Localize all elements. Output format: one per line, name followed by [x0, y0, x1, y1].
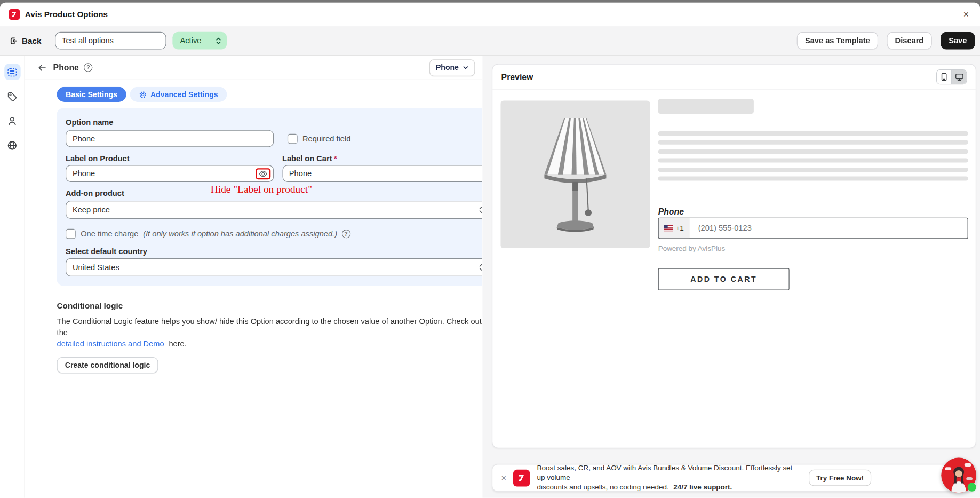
- back-button[interactable]: Back: [9, 36, 41, 45]
- promo-banner: × Boost sales, CR, and AOV with Avis Bun…: [492, 464, 976, 492]
- one-time-charge-label: One time charge (It only works if option…: [81, 230, 337, 238]
- country-code-select[interactable]: +1: [659, 218, 689, 238]
- back-label: Back: [22, 36, 41, 45]
- option-type-select[interactable]: Phone: [429, 59, 475, 76]
- preview-pane: Preview: [482, 56, 980, 497]
- gear-icon: [139, 90, 147, 98]
- default-country-select[interactable]: United States: [66, 258, 491, 276]
- tag-icon: [7, 91, 18, 101]
- mobile-view-button[interactable]: [937, 70, 951, 84]
- skeleton-line: [658, 167, 968, 171]
- sidebar-item-pricing[interactable]: [4, 88, 20, 104]
- person-icon: [7, 115, 18, 126]
- conditional-line2-suffix: here.: [169, 339, 186, 348]
- required-mark: *: [334, 154, 337, 163]
- content-area: Phone ? Phone Basic Settings Advanced Se…: [0, 56, 980, 497]
- phone-input[interactable]: +1 (201) 555-0123: [658, 218, 968, 239]
- dial-code: +1: [675, 225, 683, 232]
- mobile-icon: [941, 73, 947, 81]
- sidebar: [0, 56, 25, 497]
- app-logo-icon: [9, 9, 20, 20]
- tab-basic-settings[interactable]: Basic Settings: [57, 87, 126, 102]
- banner-line2: discounts and upsells, no coding needed.: [537, 483, 669, 491]
- try-free-now-button[interactable]: Try Free Now!: [809, 470, 871, 486]
- preview-field-label: Phone: [658, 207, 684, 217]
- help-icon[interactable]: ?: [341, 230, 350, 238]
- label-on-cart-label: Label on Cart*: [282, 154, 491, 163]
- discard-button[interactable]: Discard: [887, 32, 931, 50]
- banner-close-icon[interactable]: ×: [501, 473, 507, 482]
- chevron-down-icon: [463, 65, 469, 71]
- conditional-logic-description: The Conditional Logic feature helps you …: [57, 316, 483, 350]
- skeleton-description: [658, 131, 968, 185]
- help-icon[interactable]: ?: [84, 63, 92, 72]
- status-select-value: Active: [180, 36, 201, 45]
- option-list-icon: [7, 67, 18, 77]
- status-select[interactable]: Active: [172, 32, 227, 50]
- us-flag-icon: [664, 225, 673, 232]
- banner-line2-bold: 24/7 live support.: [673, 483, 732, 491]
- option-name-label: Option name: [66, 118, 491, 127]
- editor-header: Phone ? Phone: [25, 56, 483, 80]
- tab-advanced-label: Advanced Settings: [150, 90, 218, 99]
- desktop-view-button[interactable]: [951, 70, 966, 84]
- skeleton-line: [658, 149, 968, 154]
- skeleton-line: [658, 159, 968, 163]
- add-to-cart-button[interactable]: ADD TO CART: [658, 268, 790, 290]
- screen: Avis Product Options × Back Active Save …: [0, 0, 980, 498]
- hide-label-highlight: [256, 168, 270, 179]
- banner-text: Boost sales, CR, and AOV with Avis Bundl…: [537, 463, 795, 492]
- addon-product-select[interactable]: Keep price: [66, 201, 491, 219]
- banner-line1: Boost sales, CR, and AOV with Avis Bundl…: [537, 464, 793, 481]
- skeleton-line: [658, 140, 968, 145]
- sidebar-item-option-sets[interactable]: [4, 64, 20, 80]
- sidebar-item-localization[interactable]: [4, 137, 20, 153]
- toolbar: Back Active Save as Template Discard Sav…: [0, 26, 980, 56]
- lamp-illustration: [533, 115, 617, 234]
- phone-placeholder: (201) 555-0123: [689, 218, 752, 238]
- option-type-value: Phone: [436, 63, 459, 72]
- avis-bundles-logo-icon: [513, 469, 530, 486]
- globe-icon: [7, 140, 18, 151]
- preview-header: Preview: [492, 65, 976, 90]
- instructions-link[interactable]: detailed instructions and Demo: [57, 339, 164, 348]
- sidebar-item-customers[interactable]: [4, 113, 20, 129]
- save-as-template-button[interactable]: Save as Template: [797, 32, 878, 50]
- required-field-checkbox[interactable]: [288, 133, 298, 144]
- addon-product-value: Keep price: [73, 205, 110, 214]
- option-name-input[interactable]: [66, 130, 274, 147]
- back-arrow-icon[interactable]: [37, 63, 47, 73]
- skeleton-line: [658, 176, 968, 180]
- app-title: Avis Product Options: [25, 10, 108, 19]
- one-time-charge-note: (It only works if option has additional …: [143, 230, 337, 238]
- basic-settings-panel: Option name Required field Label on Prod…: [57, 108, 500, 286]
- powered-by-label: Powered by AvisPlus: [658, 244, 726, 252]
- conditional-line1: The Conditional Logic feature helps you …: [57, 316, 483, 338]
- default-country-value: United States: [73, 263, 119, 272]
- app-window: Avis Product Options × Back Active Save …: [0, 3, 980, 498]
- option-editor: Phone ? Phone Basic Settings Advanced Se…: [25, 56, 483, 497]
- option-set-name-input[interactable]: [55, 32, 166, 50]
- updown-chevrons-icon: [215, 37, 222, 45]
- default-country-label: Select default country: [66, 247, 491, 256]
- save-button[interactable]: Save: [941, 32, 975, 50]
- label-on-cart-input[interactable]: [282, 165, 491, 182]
- one-time-charge-checkbox[interactable]: [66, 229, 76, 239]
- label-on-product-label: Label on Product: [66, 154, 274, 163]
- app-top-bar: Avis Product Options ×: [0, 3, 980, 27]
- create-conditional-logic-button[interactable]: Create conditional logic: [57, 357, 158, 373]
- label-on-product-input[interactable]: [66, 165, 274, 182]
- skeleton-line: [658, 131, 968, 136]
- annotation-hide-label: Hide "Label on product": [211, 183, 312, 195]
- settings-tabs: Basic Settings Advanced Settings: [57, 87, 483, 102]
- preview-card: Preview: [492, 64, 976, 448]
- eye-icon[interactable]: [258, 170, 267, 177]
- preview-title: Preview: [501, 72, 533, 82]
- tab-advanced-settings[interactable]: Advanced Settings: [130, 87, 227, 102]
- close-icon[interactable]: ×: [961, 8, 971, 20]
- online-status-dot: [968, 483, 976, 491]
- product-image: [500, 101, 650, 248]
- desktop-icon: [955, 73, 963, 81]
- skeleton-title: [658, 99, 754, 114]
- conditional-logic-heading: Conditional logic: [57, 301, 483, 311]
